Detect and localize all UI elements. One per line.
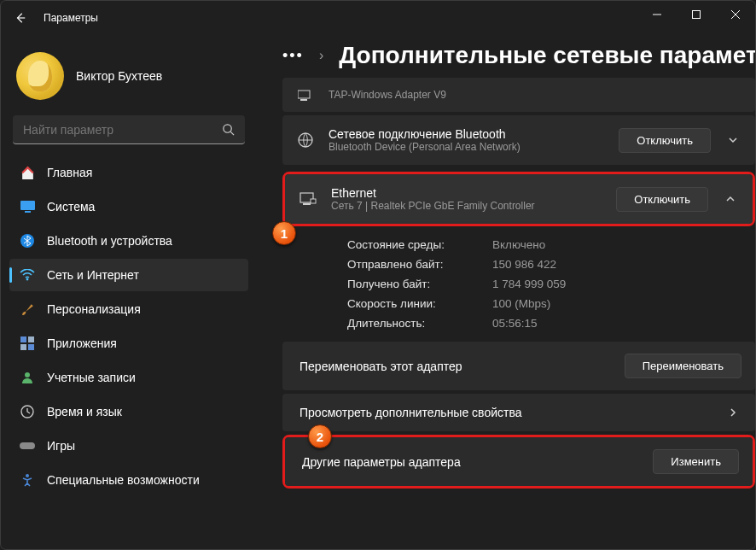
svg-rect-19 <box>311 199 316 203</box>
nav-gaming[interactable]: Игры <box>9 430 248 462</box>
nav-label: Главная <box>47 166 92 179</box>
main-content: ••• › Дополнительные сетевые параметры T… <box>257 35 755 549</box>
search-box[interactable] <box>13 115 245 144</box>
callout-marker-2: 2 <box>308 424 332 448</box>
other-options-label: Другие параметры адаптера <box>302 455 639 469</box>
stat-key: Отправлено байт: <box>347 258 492 271</box>
svg-rect-15 <box>300 99 307 101</box>
back-button[interactable] <box>15 12 26 24</box>
nav-time[interactable]: Время и язык <box>9 395 248 428</box>
svg-rect-12 <box>20 442 35 449</box>
svg-rect-3 <box>25 211 31 213</box>
chevron-right-icon: › <box>319 48 323 63</box>
avatar <box>16 52 64 100</box>
chevron-up-icon[interactable] <box>722 194 739 204</box>
home-icon <box>20 165 35 180</box>
nav-apps[interactable]: Приложения <box>9 327 248 360</box>
stat-key: Получено байт: <box>347 278 492 290</box>
chevron-down-icon[interactable] <box>724 135 741 145</box>
nav-label: Учетные записи <box>47 371 136 384</box>
adapter-eth-sub: Сеть 7 | Realtek PCIe GbE Family Control… <box>331 200 602 212</box>
stat-value: 05:56:15 <box>492 317 538 330</box>
nav-label: Система <box>47 200 95 214</box>
disable-bt-button[interactable]: Отключить <box>619 128 711 153</box>
close-button[interactable] <box>716 1 755 28</box>
highlight-adapter-options: Другие параметры адаптера Изменить <box>282 435 755 489</box>
callout-marker-1: 1 <box>272 221 296 245</box>
stat-value: 150 986 422 <box>492 258 556 271</box>
rename-button[interactable]: Переименовать <box>625 354 741 378</box>
adapter-bt-sub: Bluetooth Device (Personal Area Network) <box>329 141 605 153</box>
adapter-tap[interactable]: TAP-Windows Adapter V9 <box>282 78 755 112</box>
profile-name: Виктор Бухтеев <box>76 69 162 83</box>
adapter-tap-title: TAP-Windows Adapter V9 <box>329 89 741 101</box>
apps-icon <box>20 336 35 351</box>
nav-personalization[interactable]: Персонализация <box>9 293 248 325</box>
nav-label: Специальные возможности <box>47 473 200 487</box>
highlight-ethernet: Ethernet Сеть 7 | Realtek PCIe GbE Famil… <box>282 172 755 226</box>
sidebar: Виктор Бухтеев Главная Система <box>1 35 257 549</box>
breadcrumb: ••• › Дополнительные сетевые параметры <box>282 42 755 69</box>
profile-block[interactable]: Виктор Бухтеев <box>8 44 250 115</box>
window-title: Параметры <box>44 12 98 24</box>
nav-accessibility[interactable]: Специальные возможности <box>9 464 248 496</box>
nav-label: Игры <box>47 439 75 453</box>
adapter-bluetooth[interactable]: Сетевое подключение Bluetooth Bluetooth … <box>282 115 755 165</box>
svg-rect-9 <box>28 344 34 350</box>
nav-network[interactable]: Сеть и Интернет <box>9 259 248 291</box>
stat-key: Длительность: <box>347 317 492 330</box>
maximize-button[interactable] <box>677 1 716 28</box>
globe-icon <box>296 132 315 149</box>
chevron-right-icon <box>724 407 741 418</box>
rename-label: Переименовать этот адаптер <box>299 360 611 373</box>
adapter-ethernet[interactable]: Ethernet Сеть 7 | Realtek PCIe GbE Famil… <box>285 174 753 224</box>
search-input[interactable] <box>13 115 245 144</box>
stat-value: Включено <box>492 238 545 251</box>
nav-accounts[interactable]: Учетные записи <box>9 361 248 394</box>
nav-list: Главная Система Bluetooth и устройства С… <box>8 156 250 496</box>
nav-home[interactable]: Главная <box>9 156 248 189</box>
svg-rect-14 <box>298 91 310 98</box>
minimize-button[interactable] <box>637 1 677 28</box>
nav-label: Персонализация <box>47 302 141 316</box>
gamepad-icon <box>20 438 35 453</box>
stat-value: 100 (Mbps) <box>492 297 550 310</box>
nav-bluetooth[interactable]: Bluetooth и устройства <box>9 225 248 257</box>
nav-label: Сеть и Интернет <box>47 268 139 282</box>
view-more-label: Просмотреть дополнительные свойства <box>299 406 711 419</box>
clock-icon <box>20 404 35 419</box>
change-button[interactable]: Изменить <box>653 449 739 474</box>
svg-rect-0 <box>693 11 701 19</box>
view-more-properties-row[interactable]: Просмотреть дополнительные свойства <box>282 394 755 431</box>
stat-value: 1 784 999 059 <box>492 278 566 290</box>
nav-label: Приложения <box>47 336 117 350</box>
settings-window: Параметры Виктор Бухтеев <box>0 0 756 550</box>
adapter-icon <box>296 89 315 101</box>
accessibility-icon <box>20 472 35 488</box>
ethernet-icon <box>299 192 317 206</box>
svg-point-13 <box>26 474 29 477</box>
svg-rect-7 <box>28 336 34 342</box>
nav-label: Время и язык <box>47 405 122 418</box>
bluetooth-icon <box>20 233 35 249</box>
person-icon <box>20 370 35 385</box>
stat-key: Скорость линии: <box>347 297 492 310</box>
disable-eth-button[interactable]: Отключить <box>616 187 708 212</box>
rename-adapter-row[interactable]: Переименовать этот адаптер Переименовать <box>282 342 755 390</box>
svg-point-1 <box>224 125 231 132</box>
brush-icon <box>20 301 35 317</box>
nav-system[interactable]: Система <box>9 190 248 223</box>
other-adapter-options-row[interactable]: Другие параметры адаптера Изменить <box>285 437 753 486</box>
svg-rect-6 <box>20 336 26 342</box>
svg-rect-8 <box>20 344 26 350</box>
adapter-eth-title: Ethernet <box>331 186 602 200</box>
svg-rect-18 <box>303 203 311 205</box>
svg-point-5 <box>26 278 29 281</box>
svg-point-10 <box>25 372 30 377</box>
wifi-icon <box>20 267 35 283</box>
page-title: Дополнительные сетевые параметры <box>339 42 755 69</box>
search-icon <box>222 123 235 136</box>
titlebar: Параметры <box>1 1 755 35</box>
breadcrumb-more[interactable]: ••• <box>282 47 304 65</box>
adapter-bt-title: Сетевое подключение Bluetooth <box>329 127 605 141</box>
